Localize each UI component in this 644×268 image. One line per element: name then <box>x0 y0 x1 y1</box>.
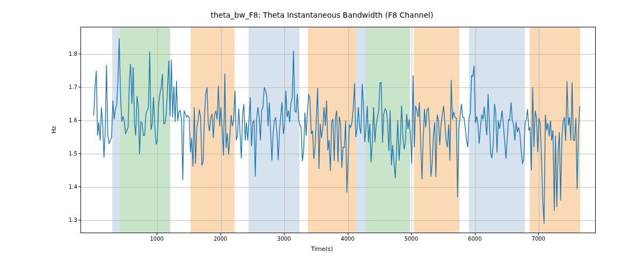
y-tick-label: 1.4 <box>64 184 77 190</box>
x-tick-label: 1000 <box>150 236 163 242</box>
tickmark-x <box>411 233 412 235</box>
y-tick-label: 1.3 <box>64 217 77 223</box>
x-tick-label: 7000 <box>532 236 545 242</box>
tickmark-y <box>78 87 80 87</box>
x-axis-label: Time(s) <box>0 245 644 252</box>
y-tick-label: 1.6 <box>64 117 77 123</box>
x-tick-label: 5000 <box>405 236 418 242</box>
tickmark-y <box>78 120 80 121</box>
tickmark-x <box>284 233 284 235</box>
x-tick-label: 6000 <box>468 236 481 242</box>
y-tick-label: 1.7 <box>64 84 77 90</box>
tickmark-y <box>78 220 80 220</box>
tickmark-y <box>78 153 80 154</box>
chart-title: theta_bw_F8: Theta Instantaneous Bandwid… <box>0 11 644 19</box>
tickmark-x <box>221 233 221 235</box>
tickmark-y <box>78 187 80 187</box>
x-tick-label: 3000 <box>277 236 291 242</box>
series-line <box>81 27 596 233</box>
tickmark-x <box>475 233 475 235</box>
x-tick-label: 4000 <box>341 236 354 242</box>
y-tick-label: 1.5 <box>64 150 77 156</box>
tickmark-x <box>348 233 348 235</box>
y-tick-label: 1.8 <box>64 50 77 56</box>
tickmark-x <box>538 233 539 235</box>
x-tick-label: 2000 <box>214 236 227 242</box>
plot-area <box>80 27 596 233</box>
tickmark-y <box>78 54 80 54</box>
y-axis-label: Hz <box>50 126 57 133</box>
tickmark-x <box>157 233 157 235</box>
